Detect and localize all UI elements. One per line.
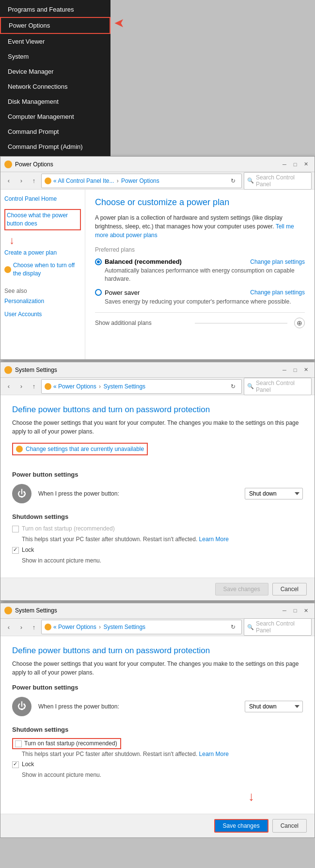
change-settings-wrapper: Change settings that are currently unava… — [12, 443, 148, 463]
sys2-body: Define power buttons and turn on passwor… — [0, 636, 315, 814]
sys1-address-bar: ‹ › ↑ « Power Options › System Settings … — [0, 378, 315, 395]
power-button-dropdown[interactable]: Shut down — [245, 488, 303, 499]
window-icon-small — [45, 177, 51, 184]
context-menu-item-disk-management[interactable]: Disk Management — [0, 94, 110, 109]
sys2-lock-checkbox[interactable] — [12, 761, 19, 768]
sys1-up-button[interactable]: ↑ — [29, 381, 39, 392]
sys1-maximize-button[interactable]: □ — [290, 365, 300, 375]
sys2-address-path[interactable]: « Power Options › System Settings ↻ — [41, 620, 242, 634]
sys1-save-button[interactable]: Save changes — [215, 583, 268, 595]
fast-startup-checkbox[interactable] — [12, 526, 19, 532]
sys1-back-button[interactable]: ‹ — [3, 381, 14, 392]
turn-off-display-link[interactable]: Choose when to turn off the display — [13, 261, 81, 278]
sys2-shutdown-section-heading: Shutdown settings — [12, 726, 303, 733]
context-menu-item-command-prompt-admin[interactable]: Command Prompt (Admin) — [0, 139, 110, 154]
change-plan-balanced[interactable]: Change plan settings — [250, 258, 305, 265]
context-menu[interactable]: Programs and Features Power Options Even… — [0, 0, 110, 156]
sys2-address-bar: ‹ › ↑ « Power Options › System Settings … — [0, 619, 315, 636]
sys1-search-box[interactable]: 🔍 Search Control Panel — [244, 378, 312, 395]
sys2-back-button[interactable]: ‹ — [3, 622, 14, 632]
learn-more-link-2[interactable]: Learn More — [199, 751, 229, 757]
sys1-cancel-button[interactable]: Cancel — [272, 583, 307, 595]
back-button[interactable]: ‹ — [3, 176, 14, 186]
context-menu-item-computer-management[interactable]: Computer Management — [0, 109, 110, 124]
sys2-search-placeholder: Search Control Panel — [256, 620, 308, 634]
sys2-save-button[interactable]: Save changes — [214, 819, 268, 833]
context-menu-item-system[interactable]: System — [0, 49, 110, 64]
forward-button[interactable]: › — [16, 176, 27, 186]
expand-icon[interactable]: ⊕ — [294, 318, 305, 328]
close-button[interactable]: ✕ — [301, 160, 311, 169]
breadcrumb: « All Control Panel Ite... › Power Optio… — [53, 177, 159, 184]
sys2-power-button-dropdown[interactable]: Shut down — [245, 701, 303, 712]
page-heading: Choose or customize a power plan — [95, 197, 305, 208]
sys-settings-1-titlebar: System Settings ─ □ ✕ — [0, 362, 315, 378]
sys-settings-1-icon — [4, 366, 12, 374]
power-options-window-icon — [4, 161, 12, 168]
create-power-plan-link[interactable]: Create a power plan — [4, 249, 81, 257]
radio-power-saver[interactable] — [95, 289, 102, 296]
sys2-maximize-button[interactable]: □ — [290, 606, 300, 615]
address-bar: ‹ › ↑ « All Control Panel Ite... › Power… — [0, 172, 315, 190]
change-settings-link[interactable]: Change settings that are currently unava… — [12, 443, 148, 455]
choose-power-button-link[interactable]: Choose what the power button does — [4, 209, 81, 230]
context-menu-item-power-options[interactable]: Power Options — [0, 17, 110, 34]
power-button-section-heading: Power button settings — [12, 471, 303, 478]
sys1-heading: Define power buttons and turn on passwor… — [12, 405, 303, 415]
sys2-minimize-button[interactable]: ─ — [280, 606, 289, 615]
sys1-window-icon-small — [45, 383, 51, 390]
sys2-description: Choose the power settings that you want … — [12, 659, 303, 677]
up-button[interactable]: ↑ — [29, 176, 39, 186]
sys1-forward-button[interactable]: › — [16, 381, 27, 392]
maximize-button[interactable]: □ — [290, 160, 300, 169]
power-options-sidebar: Control Panel Home Choose what the power… — [0, 190, 85, 359]
sys2-up-button[interactable]: ↑ — [29, 622, 39, 632]
sys2-footer: Save changes Cancel — [0, 814, 315, 837]
shutdown-section-heading: Shutdown settings — [12, 513, 303, 520]
power-options-window: Power Options ─ □ ✕ ‹ › ↑ « All Control … — [0, 156, 315, 360]
sys2-fast-startup-row: Turn on fast startup (recommended) — [12, 738, 303, 749]
sys2-power-button-section-heading: Power button settings — [12, 684, 303, 691]
lock-checkbox[interactable] — [12, 547, 19, 554]
control-panel-home-link[interactable]: Control Panel Home — [4, 195, 81, 202]
lock-row: Lock — [12, 547, 303, 554]
lock-desc: Show in account picture menu. — [22, 557, 303, 565]
sys2-forward-button[interactable]: › — [16, 622, 27, 632]
search-box[interactable]: 🔍 Search Control Panel — [244, 172, 312, 190]
change-plan-power-saver[interactable]: Change plan settings — [250, 289, 305, 296]
refresh-button[interactable]: ↻ — [228, 176, 238, 186]
display-icon — [4, 266, 11, 273]
sys2-fast-startup-checkbox[interactable] — [15, 740, 22, 747]
learn-more-link-1[interactable]: Learn More — [199, 536, 229, 543]
context-menu-item-device-manager[interactable]: Device Manager — [0, 64, 110, 79]
sys1-search-icon: 🔍 — [247, 383, 254, 389]
sys2-refresh-button[interactable]: ↻ — [228, 622, 238, 632]
sys2-lock-label: Lock — [22, 761, 34, 768]
radio-balanced[interactable] — [95, 258, 102, 265]
user-accounts-link[interactable]: User Accounts — [4, 310, 81, 319]
power-symbol: ⏻ — [17, 489, 26, 499]
sys2-cancel-button[interactable]: Cancel — [272, 819, 307, 833]
sys1-breadcrumb: « Power Options › System Settings — [53, 383, 145, 390]
fast-startup-label: Turn on fast startup (recommended) — [22, 525, 115, 532]
system-settings-window-2: System Settings ─ □ ✕ ‹ › ↑ « Power Opti… — [0, 603, 315, 838]
sys1-refresh-button[interactable]: ↻ — [228, 381, 238, 392]
sys-settings-2-icon — [4, 607, 12, 614]
sys2-close-button[interactable]: ✕ — [301, 606, 311, 615]
minimize-button[interactable]: ─ — [280, 160, 289, 169]
context-menu-item-network-connections[interactable]: Network Connections — [0, 79, 110, 94]
sys2-search-box[interactable]: 🔍 Search Control Panel — [244, 618, 312, 636]
sys1-minimize-button[interactable]: ─ — [280, 365, 289, 375]
context-menu-item-event-viewer[interactable]: Event Viewer — [0, 34, 110, 49]
plan-balanced: Balanced (recommended) Change plan setti… — [95, 258, 305, 283]
sys1-close-button[interactable]: ✕ — [301, 365, 311, 375]
preferred-plans-label: Preferred plans — [95, 246, 305, 253]
sys1-address-path[interactable]: « Power Options › System Settings ↻ — [41, 379, 242, 394]
show-additional-plans[interactable]: Show additional plans ⊕ — [95, 312, 305, 328]
sys2-heading: Define power buttons and turn on passwor… — [12, 646, 303, 656]
context-menu-item-command-prompt[interactable]: Command Prompt — [0, 124, 110, 139]
address-path[interactable]: « All Control Panel Ite... › Power Optio… — [41, 174, 242, 188]
personalization-link[interactable]: Personalization — [4, 297, 81, 305]
context-menu-item-programs[interactable]: Programs and Features — [0, 2, 110, 17]
arrow-power-options: ➤ — [114, 16, 125, 31]
